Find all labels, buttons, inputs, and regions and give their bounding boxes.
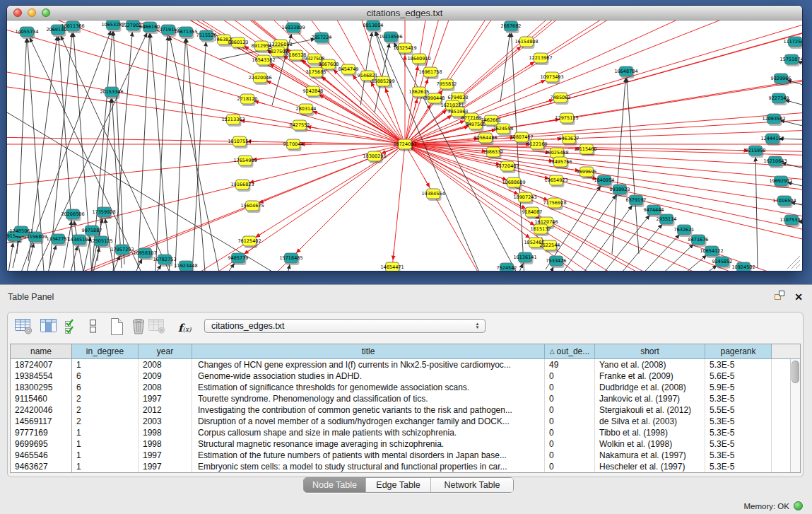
graph-node[interactable]: 8813054 — [363, 21, 384, 33]
graph-node[interactable]: 10688609 — [502, 177, 525, 189]
table-select-dropdown[interactable]: citations_edges.txt ▲▼ — [204, 319, 486, 333]
graph-edge[interactable] — [405, 21, 802, 144]
graph-node[interactable]: 8860123 — [228, 37, 249, 49]
graph-node[interactable]: 16154808 — [514, 37, 538, 49]
cell-year[interactable]: 2008 — [139, 359, 192, 370]
show-columns-button[interactable] — [39, 317, 59, 338]
tab-network-table[interactable]: Network Table — [431, 478, 513, 492]
select-columns-button[interactable] — [64, 317, 80, 338]
graph-node[interactable]: 9329966 — [771, 74, 792, 86]
graph-node[interactable]: 15718485 — [279, 253, 302, 265]
graph-edge[interactable] — [405, 21, 758, 144]
graph-node[interactable]: 71756928 — [543, 198, 566, 210]
graph-node[interactable]: 9115460 — [577, 144, 597, 156]
graph-node[interactable]: 12505125 — [89, 236, 112, 248]
cell-title[interactable]: Estimation of significance thresholds fo… — [192, 382, 545, 393]
graph-node[interactable]: 18300295 — [363, 151, 386, 163]
graph-node[interactable]: 17016504 — [772, 196, 796, 208]
cell-in_degree[interactable]: 1 — [72, 450, 139, 461]
cell-title[interactable]: Structural magnetic resonance image aver… — [192, 438, 545, 450]
cell-in_degree[interactable]: 2 — [72, 404, 139, 416]
graph-node[interactable]: 16961758 — [418, 67, 442, 79]
graph-node[interactable]: 12213363 — [221, 115, 245, 127]
graph-edge[interactable] — [7, 126, 405, 144]
graph-edge[interactable] — [28, 37, 57, 261]
cell-short[interactable]: Yano et al. (2008) — [595, 359, 705, 370]
graph-node[interactable]: 15604675 — [240, 201, 264, 213]
graph-edge[interactable] — [405, 21, 802, 144]
cell-title[interactable]: Estimation of the future numbers of pati… — [192, 450, 545, 461]
graph-node[interactable]: 14345194 — [67, 235, 90, 247]
graph-node[interactable]: 10924502 — [731, 262, 755, 271]
create-column-button[interactable] — [109, 317, 124, 339]
graph-node[interactable]: 9184087 — [522, 207, 543, 219]
cell-year[interactable]: 1998 — [139, 427, 192, 438]
cell-out_degree[interactable]: 0 — [545, 416, 595, 427]
graph-edge[interactable] — [7, 144, 405, 271]
graph-edge[interactable] — [405, 21, 802, 144]
graph-edge[interactable] — [405, 21, 802, 144]
graph-edge[interactable] — [454, 121, 464, 124]
cell-year[interactable]: 2012 — [139, 404, 192, 416]
cell-name[interactable]: 9777169 — [11, 427, 72, 438]
graph-node[interactable]: 8186328 — [286, 50, 307, 62]
cell-name[interactable]: 18300295 — [11, 382, 72, 393]
graph-edge[interactable] — [7, 144, 405, 271]
graph-node[interactable]: 7632621 — [674, 225, 695, 237]
cell-year[interactable]: 2009 — [139, 370, 192, 382]
table-row[interactable]: 977716911998Corpus callosum shape and si… — [11, 427, 791, 438]
cell-out_degree[interactable]: 0 — [545, 438, 595, 450]
canvas-resize-grip[interactable] — [796, 264, 800, 269]
graph-node[interactable]: 7955812 — [437, 79, 457, 91]
graph-edge[interactable] — [7, 144, 405, 252]
table-row[interactable]: 1938455462009Genome-wide association stu… — [11, 370, 791, 382]
graph-edge[interactable] — [442, 116, 452, 122]
citation-network-graph[interactable]: 1405573420691406180113661065328715270021… — [7, 21, 802, 271]
graph-node[interactable]: 18907243 — [513, 192, 536, 204]
graph-node[interactable]: 2687682 — [501, 21, 522, 33]
cell-in_degree[interactable]: 6 — [72, 370, 139, 382]
graph-edge[interactable] — [594, 216, 649, 271]
column-header-title[interactable]: title — [192, 344, 545, 359]
graph-node[interactable]: 18495766 — [548, 157, 572, 169]
graph-edge[interactable] — [414, 100, 417, 110]
graph-node[interactable]: 6379197 — [626, 195, 647, 207]
graph-edge[interactable] — [281, 265, 290, 271]
column-header-pagerank[interactable]: pagerank — [705, 344, 772, 359]
cell-name[interactable]: 9699695 — [11, 438, 72, 450]
graph-edge[interactable] — [405, 21, 802, 144]
cell-pagerank[interactable]: 5.3E-5 — [705, 438, 772, 450]
graph-edge[interactable] — [187, 39, 205, 271]
graph-edge[interactable] — [627, 78, 639, 254]
graph-node[interactable]: 8454749 — [339, 64, 359, 76]
graph-edge[interactable] — [192, 42, 206, 271]
graph-node[interactable]: 20153346 — [100, 87, 123, 99]
cell-short[interactable]: Wolkin et al. (1998) — [595, 438, 705, 450]
table-row[interactable]: 911546021997Tourette syndrome. Phenomeno… — [11, 393, 791, 404]
graph-edge[interactable] — [155, 37, 167, 271]
graph-node[interactable]: 9122160 — [527, 139, 548, 151]
graph-node[interactable]: 16325419 — [393, 43, 416, 55]
vertical-scrollbar[interactable] — [790, 359, 800, 472]
cell-pagerank[interactable]: 5.5E-5 — [705, 404, 772, 416]
cell-short[interactable]: Franke et al. (2009) — [595, 370, 705, 382]
graph-edge[interactable] — [151, 34, 170, 271]
column-header-in_degree[interactable]: in_degree — [72, 344, 139, 359]
cell-pagerank[interactable]: 5.9E-5 — [705, 382, 772, 393]
table-row[interactable]: 1872400712008Changes of HCN gene express… — [11, 359, 791, 370]
cell-title[interactable]: Tourette syndrome. Phenomenology and cla… — [192, 393, 545, 404]
cell-title[interactable]: Disruption of a novel member of a sodium… — [192, 416, 545, 427]
graph-node[interactable]: 16136141 — [513, 252, 536, 264]
cell-year[interactable]: 1998 — [139, 438, 192, 450]
table-row[interactable]: 2242004622012Investigating the contribut… — [11, 404, 791, 416]
graph-node[interactable]: 9242848 — [303, 86, 324, 98]
cell-name[interactable]: 19384554 — [11, 370, 72, 382]
cell-out_degree[interactable]: 0 — [545, 393, 595, 404]
graph-edge[interactable] — [405, 21, 802, 144]
graph-edge[interactable] — [639, 245, 693, 271]
graph-edge[interactable] — [405, 21, 802, 144]
graph-node[interactable]: 22420046 — [248, 73, 271, 85]
graph-edge[interactable] — [405, 144, 802, 264]
cell-year[interactable]: 2003 — [139, 416, 192, 427]
table-row[interactable]: 969969511998Structural magnetic resonanc… — [11, 438, 791, 450]
